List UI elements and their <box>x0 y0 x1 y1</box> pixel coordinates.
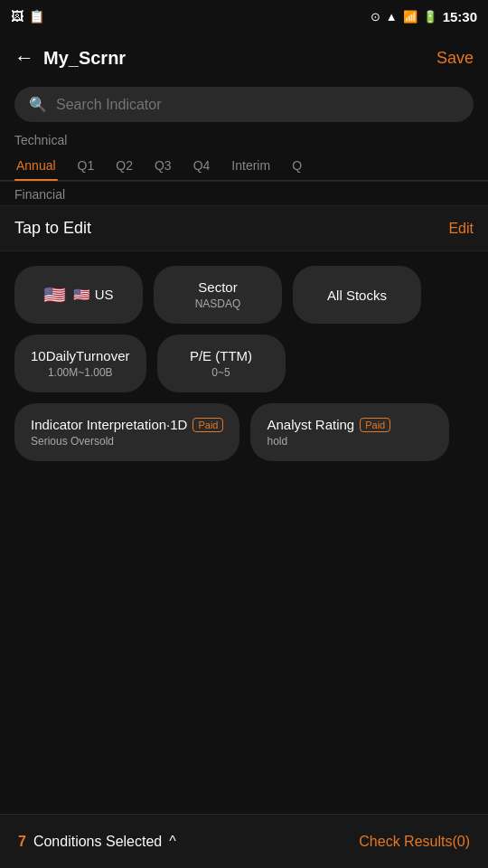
calendar-icon: 📋 <box>29 9 44 24</box>
chip-pe-main: P/E (TTM) <box>190 348 252 363</box>
us-flag: 🇺🇸 <box>43 284 66 306</box>
back-button[interactable]: ← <box>14 46 34 70</box>
tab-interim[interactable]: Interim <box>230 151 272 180</box>
status-right-icons: ⊙ ▲ 📶 🔋 15:30 <box>371 9 477 24</box>
chip-analyst-main: Analyst Rating <box>267 417 354 432</box>
status-bar: 🖼 📋 ⊙ ▲ 📶 🔋 15:30 <box>0 0 488 33</box>
chip-sector[interactable]: Sector NASDAQ <box>154 266 282 324</box>
search-bar: 🔍 <box>14 87 474 122</box>
financial-section-label: Financial <box>0 181 488 205</box>
top-bar: ← My_Scrnr Save <box>0 33 488 83</box>
tap-to-edit-label: Tap to Edit <box>14 219 91 238</box>
status-left-icons: 🖼 📋 <box>11 9 44 24</box>
tab-q4[interactable]: Q4 <box>192 151 212 180</box>
chip-turnover-main: 10DailyTurnover <box>31 348 130 363</box>
chip-analyst-sub: hold <box>267 435 287 448</box>
paid-badge-analyst: Paid <box>360 418 390 432</box>
chip-sector-sub: NASDAQ <box>195 297 241 310</box>
tab-q2[interactable]: Q2 <box>114 151 135 180</box>
chip-indicator[interactable]: Indicator Interpretation·1D Paid Serious… <box>14 403 239 461</box>
save-button[interactable]: Save <box>436 49 474 68</box>
search-input[interactable] <box>56 97 459 113</box>
chip-allstocks-main: All Stocks <box>327 288 387 303</box>
chip-country-main: 🇺🇸 🇺🇸 US <box>43 284 113 306</box>
check-results-button[interactable]: Check Results(0) <box>359 834 470 850</box>
chip-turnover-sub: 1.00M~1.00B <box>48 366 113 379</box>
paid-badge-indicator: Paid <box>192 418 223 432</box>
tab-q3[interactable]: Q3 <box>153 151 174 180</box>
tap-to-edit-bar: Tap to Edit Edit <box>0 205 488 251</box>
chip-country[interactable]: 🇺🇸 🇺🇸 US <box>14 266 143 324</box>
page-title: My_Scrnr <box>43 48 436 69</box>
wifi-icon: ▲ <box>386 10 398 24</box>
circle-icon: ⊙ <box>371 10 380 24</box>
edit-button[interactable]: Edit <box>448 221 474 237</box>
signal-icon: 📶 <box>403 10 418 24</box>
photo-icon: 🖼 <box>11 9 23 24</box>
bottom-bar: 7 Conditions Selected ^ Check Results(0) <box>0 814 488 868</box>
tab-q1[interactable]: Q1 <box>76 151 97 180</box>
chip-indicator-main: Indicator Interpretation·1D <box>31 417 187 432</box>
chip-indicator-sub: Serious Oversold <box>31 435 114 448</box>
status-time: 15:30 <box>443 9 477 24</box>
chip-analyst[interactable]: Analyst Rating Paid hold <box>250 403 449 461</box>
tab-q[interactable]: Q <box>290 151 304 180</box>
conditions-selected: 7 Conditions Selected ^ <box>18 834 176 850</box>
chevron-up-icon[interactable]: ^ <box>169 834 176 850</box>
chip-pe[interactable]: P/E (TTM) 0~5 <box>157 335 286 392</box>
chip-allstocks[interactable]: All Stocks <box>293 266 421 324</box>
search-icon: 🔍 <box>29 96 47 113</box>
chip-pe-sub: 0~5 <box>211 366 230 379</box>
conditions-label: Conditions Selected <box>33 834 162 850</box>
battery-icon: 🔋 <box>423 10 437 24</box>
technical-section-label: Technical <box>0 129 488 149</box>
chip-sector-main: Sector <box>198 279 237 295</box>
conditions-count: 7 <box>18 834 26 850</box>
tab-bar: Annual Q1 Q2 Q3 Q4 Interim Q <box>0 151 488 181</box>
tab-annual[interactable]: Annual <box>14 151 58 180</box>
chip-turnover[interactable]: 10DailyTurnover 1.00M~1.00B <box>14 335 146 392</box>
chips-container: 🇺🇸 🇺🇸 US Sector NASDAQ All Stocks 10Dail… <box>0 251 488 476</box>
